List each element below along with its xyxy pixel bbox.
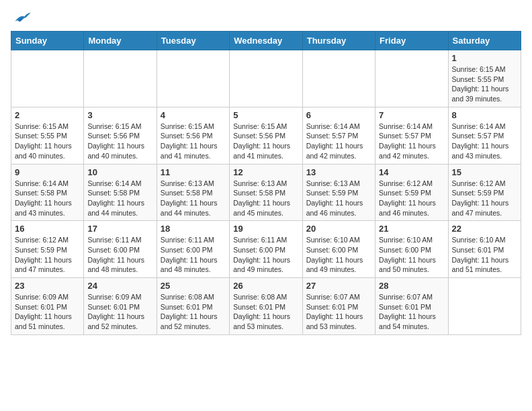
calendar-cell: 1Sunrise: 6:15 AMSunset: 5:55 PMDaylight…: [448, 50, 521, 107]
day-number: 22: [452, 224, 517, 234]
calendar-header-sunday: Sunday: [11, 32, 84, 50]
day-info: Sunrise: 6:15 AMSunset: 5:56 PMDaylight:…: [233, 122, 298, 161]
calendar-cell: 13Sunrise: 6:13 AMSunset: 5:59 PMDayligh…: [302, 164, 375, 221]
day-number: 16: [15, 224, 80, 234]
calendar-cell: 26Sunrise: 6:08 AMSunset: 6:01 PMDayligh…: [230, 278, 302, 335]
day-number: 8: [452, 110, 517, 120]
day-number: 27: [306, 281, 371, 291]
day-number: 28: [379, 281, 444, 291]
calendar-cell: [11, 50, 84, 107]
logo-bird-icon: [12, 11, 32, 24]
calendar-cell: 27Sunrise: 6:07 AMSunset: 6:01 PMDayligh…: [302, 278, 375, 335]
day-info: Sunrise: 6:08 AMSunset: 6:01 PMDaylight:…: [233, 292, 298, 332]
calendar-cell: [230, 50, 302, 107]
day-info: Sunrise: 6:09 AMSunset: 6:01 PMDaylight:…: [15, 292, 80, 332]
calendar-cell: 4Sunrise: 6:15 AMSunset: 5:56 PMDaylight…: [157, 107, 229, 164]
calendar-cell: [302, 50, 375, 107]
calendar-cell: 22Sunrise: 6:10 AMSunset: 6:01 PMDayligh…: [448, 221, 521, 278]
calendar-cell: 10Sunrise: 6:14 AMSunset: 5:58 PMDayligh…: [84, 164, 157, 221]
calendar-cell: 19Sunrise: 6:11 AMSunset: 6:00 PMDayligh…: [230, 221, 302, 278]
day-number: 14: [379, 167, 444, 177]
calendar-cell: 24Sunrise: 6:09 AMSunset: 6:01 PMDayligh…: [84, 278, 157, 335]
page-header: [11, 11, 521, 24]
day-number: 21: [379, 224, 444, 234]
calendar-cell: 2Sunrise: 6:15 AMSunset: 5:55 PMDaylight…: [11, 107, 84, 164]
day-info: Sunrise: 6:15 AMSunset: 5:55 PMDaylight:…: [452, 64, 517, 104]
day-number: 23: [15, 281, 80, 291]
calendar-cell: 20Sunrise: 6:10 AMSunset: 6:00 PMDayligh…: [302, 221, 375, 278]
calendar-cell: 21Sunrise: 6:10 AMSunset: 6:00 PMDayligh…: [375, 221, 448, 278]
day-info: Sunrise: 6:14 AMSunset: 5:58 PMDaylight:…: [87, 179, 152, 218]
day-number: 5: [233, 110, 298, 120]
day-number: 24: [87, 281, 152, 291]
calendar-cell: [375, 50, 448, 107]
day-info: Sunrise: 6:12 AMSunset: 5:59 PMDaylight:…: [15, 235, 80, 275]
calendar-week-1: 1Sunrise: 6:15 AMSunset: 5:55 PMDaylight…: [11, 50, 521, 107]
day-number: 20: [306, 224, 371, 234]
calendar-cell: 7Sunrise: 6:14 AMSunset: 5:57 PMDaylight…: [375, 107, 448, 164]
calendar-header-friday: Friday: [375, 32, 448, 50]
calendar-week-5: 23Sunrise: 6:09 AMSunset: 6:01 PMDayligh…: [11, 278, 521, 335]
day-info: Sunrise: 6:10 AMSunset: 6:01 PMDaylight:…: [452, 235, 517, 275]
day-info: Sunrise: 6:13 AMSunset: 5:58 PMDaylight:…: [233, 179, 298, 218]
day-info: Sunrise: 6:14 AMSunset: 5:57 PMDaylight:…: [452, 122, 517, 161]
day-info: Sunrise: 6:14 AMSunset: 5:57 PMDaylight:…: [306, 122, 371, 161]
day-info: Sunrise: 6:07 AMSunset: 6:01 PMDaylight:…: [379, 292, 444, 332]
day-number: 25: [161, 281, 226, 291]
day-info: Sunrise: 6:13 AMSunset: 5:58 PMDaylight:…: [161, 179, 226, 218]
calendar-cell: 17Sunrise: 6:11 AMSunset: 6:00 PMDayligh…: [84, 221, 157, 278]
calendar-cell: 3Sunrise: 6:15 AMSunset: 5:56 PMDaylight…: [84, 107, 157, 164]
day-info: Sunrise: 6:15 AMSunset: 5:56 PMDaylight:…: [161, 122, 226, 161]
day-number: 7: [379, 110, 444, 120]
calendar-cell: 5Sunrise: 6:15 AMSunset: 5:56 PMDaylight…: [230, 107, 302, 164]
day-info: Sunrise: 6:11 AMSunset: 6:00 PMDaylight:…: [87, 235, 152, 275]
day-number: 11: [161, 167, 226, 177]
day-number: 26: [233, 281, 298, 291]
calendar-table: SundayMondayTuesdayWednesdayThursdayFrid…: [11, 31, 521, 335]
day-info: Sunrise: 6:11 AMSunset: 6:00 PMDaylight:…: [233, 235, 298, 275]
day-number: 12: [233, 167, 298, 177]
calendar-cell: 8Sunrise: 6:14 AMSunset: 5:57 PMDaylight…: [448, 107, 521, 164]
day-info: Sunrise: 6:09 AMSunset: 6:01 PMDaylight:…: [87, 292, 152, 332]
calendar-week-3: 9Sunrise: 6:14 AMSunset: 5:58 PMDaylight…: [11, 164, 521, 221]
day-number: 9: [15, 167, 80, 177]
calendar-cell: 15Sunrise: 6:12 AMSunset: 5:59 PMDayligh…: [448, 164, 521, 221]
calendar-cell: 16Sunrise: 6:12 AMSunset: 5:59 PMDayligh…: [11, 221, 84, 278]
day-number: 3: [87, 110, 152, 120]
day-number: 18: [161, 224, 226, 234]
calendar-cell: 28Sunrise: 6:07 AMSunset: 6:01 PMDayligh…: [375, 278, 448, 335]
day-info: Sunrise: 6:10 AMSunset: 6:00 PMDaylight:…: [379, 235, 444, 275]
day-number: 17: [87, 224, 152, 234]
day-info: Sunrise: 6:07 AMSunset: 6:01 PMDaylight:…: [306, 292, 371, 332]
calendar-cell: 12Sunrise: 6:13 AMSunset: 5:58 PMDayligh…: [230, 164, 302, 221]
calendar-cell: [84, 50, 157, 107]
day-info: Sunrise: 6:12 AMSunset: 5:59 PMDaylight:…: [452, 179, 517, 218]
calendar-week-4: 16Sunrise: 6:12 AMSunset: 5:59 PMDayligh…: [11, 221, 521, 278]
calendar-header-row: SundayMondayTuesdayWednesdayThursdayFrid…: [11, 32, 521, 50]
day-number: 15: [452, 167, 517, 177]
calendar-cell: [448, 278, 521, 335]
logo: [11, 11, 32, 24]
calendar-cell: [157, 50, 229, 107]
calendar-cell: 14Sunrise: 6:12 AMSunset: 5:59 PMDayligh…: [375, 164, 448, 221]
day-info: Sunrise: 6:15 AMSunset: 5:56 PMDaylight:…: [87, 122, 152, 161]
day-number: 4: [161, 110, 226, 120]
day-info: Sunrise: 6:11 AMSunset: 6:00 PMDaylight:…: [161, 235, 226, 275]
calendar-cell: 6Sunrise: 6:14 AMSunset: 5:57 PMDaylight…: [302, 107, 375, 164]
day-info: Sunrise: 6:08 AMSunset: 6:01 PMDaylight:…: [161, 292, 226, 332]
day-info: Sunrise: 6:13 AMSunset: 5:59 PMDaylight:…: [306, 179, 371, 218]
day-number: 13: [306, 167, 371, 177]
day-number: 19: [233, 224, 298, 234]
calendar-cell: 23Sunrise: 6:09 AMSunset: 6:01 PMDayligh…: [11, 278, 84, 335]
calendar-header-wednesday: Wednesday: [230, 32, 302, 50]
day-number: 1: [452, 53, 517, 63]
day-number: 10: [87, 167, 152, 177]
day-info: Sunrise: 6:15 AMSunset: 5:55 PMDaylight:…: [15, 122, 80, 161]
day-info: Sunrise: 6:10 AMSunset: 6:00 PMDaylight:…: [306, 235, 371, 275]
day-info: Sunrise: 6:14 AMSunset: 5:57 PMDaylight:…: [379, 122, 444, 161]
day-info: Sunrise: 6:12 AMSunset: 5:59 PMDaylight:…: [379, 179, 444, 218]
calendar-header-saturday: Saturday: [448, 32, 521, 50]
calendar-cell: 18Sunrise: 6:11 AMSunset: 6:00 PMDayligh…: [157, 221, 229, 278]
calendar-week-2: 2Sunrise: 6:15 AMSunset: 5:55 PMDaylight…: [11, 107, 521, 164]
day-number: 6: [306, 110, 371, 120]
